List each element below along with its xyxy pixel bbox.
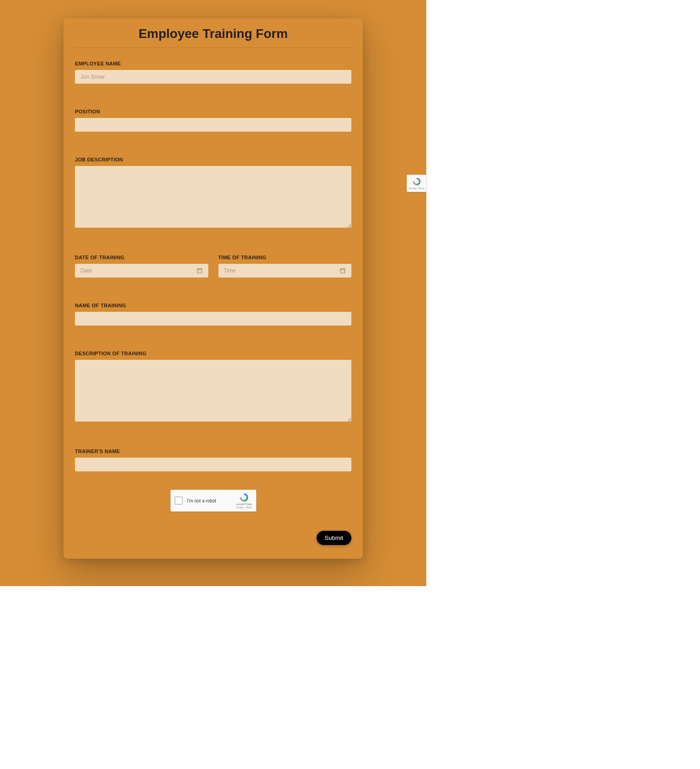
page-background: Employee Training Form EMPLOYEE NAME POS… bbox=[0, 0, 426, 586]
field-employee-name: EMPLOYEE NAME bbox=[75, 61, 351, 84]
field-time-of-training: TIME OF TRAINING bbox=[218, 255, 352, 278]
input-time-of-training[interactable] bbox=[218, 264, 352, 278]
label-position: POSITION bbox=[75, 109, 351, 114]
field-description-of-training: DESCRIPTION OF TRAINING bbox=[75, 351, 351, 423]
field-date-of-training: DATE OF TRAINING bbox=[75, 255, 208, 278]
submit-button[interactable]: Submit bbox=[317, 531, 351, 545]
input-name-of-training[interactable] bbox=[75, 312, 351, 326]
submit-row: Submit bbox=[75, 531, 351, 545]
recaptcha-branding: reCAPTCHA Privacy - Terms bbox=[236, 492, 252, 509]
input-trainer-name[interactable] bbox=[75, 458, 351, 471]
label-description-of-training: DESCRIPTION OF TRAINING bbox=[75, 351, 351, 356]
form-title: Employee Training Form bbox=[75, 27, 351, 48]
recaptcha-label: I'm not a robot bbox=[187, 498, 232, 503]
recaptcha-box: I'm not a robot reCAPTCHA Privacy - Term… bbox=[170, 490, 256, 512]
textarea-description-of-training[interactable] bbox=[75, 360, 351, 422]
recaptcha-logo-icon bbox=[412, 177, 421, 186]
label-date-of-training: DATE OF TRAINING bbox=[75, 255, 208, 260]
field-position: POSITION bbox=[75, 109, 351, 132]
recaptcha-container: I'm not a robot reCAPTCHA Privacy - Term… bbox=[75, 490, 351, 512]
field-job-description: JOB DESCRIPTION bbox=[75, 157, 351, 230]
label-job-description: JOB DESCRIPTION bbox=[75, 157, 351, 162]
field-trainer-name: TRAINER'S NAME bbox=[75, 449, 351, 471]
textarea-job-description[interactable] bbox=[75, 166, 351, 228]
input-employee-name[interactable] bbox=[75, 70, 351, 84]
recaptcha-checkbox[interactable] bbox=[175, 497, 183, 505]
recaptcha-badge[interactable]: Privacy - Terms bbox=[407, 175, 427, 192]
label-employee-name: EMPLOYEE NAME bbox=[75, 61, 351, 66]
label-name-of-training: NAME OF TRAINING bbox=[75, 303, 351, 308]
input-date-of-training[interactable] bbox=[75, 264, 208, 278]
recaptcha-logo-icon bbox=[239, 492, 249, 502]
label-time-of-training: TIME OF TRAINING bbox=[218, 255, 352, 260]
row-date-time: DATE OF TRAINING TIME OF TRAINING bbox=[75, 255, 351, 278]
field-name-of-training: NAME OF TRAINING bbox=[75, 303, 351, 326]
input-position[interactable] bbox=[75, 118, 351, 132]
label-trainer-name: TRAINER'S NAME bbox=[75, 449, 351, 454]
form-card: Employee Training Form EMPLOYEE NAME POS… bbox=[64, 18, 363, 559]
recaptcha-logo-text: reCAPTCHA bbox=[236, 503, 252, 506]
recaptcha-terms: Privacy - Terms bbox=[236, 506, 252, 509]
recaptcha-badge-terms: Privacy - Terms bbox=[409, 187, 424, 190]
